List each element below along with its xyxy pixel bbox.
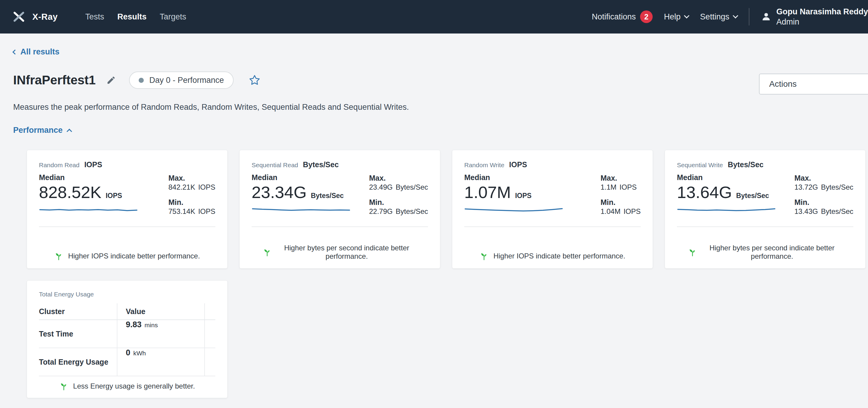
- performance-section-toggle[interactable]: Performance: [13, 126, 71, 135]
- favorite-star-button[interactable]: [249, 74, 260, 86]
- min-unit: IOPS: [624, 207, 641, 216]
- median-block: Median 828.52K IOPS: [39, 173, 138, 216]
- minmax-block: Max. 23.49GBytes/Sec Min. 22.79GBytes/Se…: [369, 174, 428, 216]
- metric-cards-row: Random Read IOPS Median 828.52K IOPS Max…: [27, 150, 868, 269]
- max-unit: Bytes/Sec: [396, 183, 428, 192]
- row-value: 0: [126, 348, 130, 358]
- sparkline-chart: [39, 206, 138, 214]
- eco-plant-icon: [263, 248, 272, 257]
- chevron-up-icon: [66, 129, 72, 134]
- table-row: Test Time 9.83 mins: [39, 320, 215, 348]
- column-header-value: Value: [117, 303, 204, 319]
- card-note: Higher IOPS indicate better performance.: [464, 251, 641, 261]
- metric-unit: IOPS: [84, 160, 102, 169]
- metric-unit: IOPS: [509, 160, 527, 169]
- metric-card-sequential-write: Sequential Write Bytes/Sec Median 13.64G…: [664, 150, 866, 269]
- nav-item-targets[interactable]: Targets: [160, 12, 186, 22]
- median-label: Median: [464, 173, 563, 182]
- card-header: Sequential Read Bytes/Sec: [252, 160, 428, 169]
- median-block: Median 23.34G Bytes/Sec: [252, 173, 350, 216]
- nav-item-tests[interactable]: Tests: [85, 12, 104, 22]
- energy-card-title: Total Energy Usage: [39, 291, 215, 298]
- top-nav: X-Ray Tests Results Targets Notification…: [0, 0, 868, 34]
- eco-plant-icon: [59, 382, 68, 390]
- row-unit: kWh: [133, 350, 146, 357]
- xray-app-window: X-Ray Tests Results Targets Notification…: [0, 0, 868, 408]
- settings-label: Settings: [700, 12, 729, 22]
- card-note-text: Higher IOPS indicate better performance.: [68, 252, 200, 260]
- edit-title-button[interactable]: [106, 75, 116, 85]
- user-menu[interactable]: Gopu Narasimha Reddy Admin: [761, 7, 868, 27]
- median-value: 1.07M: [464, 182, 511, 202]
- status-badge-label: Day 0 - Performance: [149, 76, 224, 85]
- card-header: Random Read IOPS: [39, 160, 215, 169]
- median-block: Median 13.64G Bytes/Sec: [677, 173, 776, 216]
- status-dot-icon: [139, 78, 144, 83]
- performance-section-label: Performance: [13, 126, 63, 135]
- row-value: 9.83: [126, 320, 142, 329]
- help-menu[interactable]: Help: [664, 12, 689, 22]
- column-header-cluster: Cluster: [39, 303, 117, 319]
- max-value: 23.49G: [369, 183, 393, 192]
- nav-divider: [749, 8, 749, 26]
- row-spacer: [204, 320, 215, 348]
- min-label: Min.: [794, 198, 853, 207]
- minmax-block: Max. 1.1MIOPS Min. 1.04MIOPS: [600, 174, 641, 216]
- card-header: Sequential Write Bytes/Sec: [677, 160, 853, 169]
- brand-name: X-Ray: [32, 12, 58, 22]
- min-unit: IOPS: [198, 207, 215, 216]
- chevron-down-icon: [684, 13, 689, 18]
- metric-name: Random Read: [39, 162, 80, 169]
- min-unit: Bytes/Sec: [821, 207, 853, 216]
- min-label: Min.: [600, 198, 641, 207]
- minmax-block: Max. 13.72GBytes/Sec Min. 13.43GBytes/Se…: [794, 174, 853, 216]
- metric-card-sequential-read: Sequential Read Bytes/Sec Median 23.34G …: [239, 150, 440, 269]
- settings-menu[interactable]: Settings: [700, 12, 737, 22]
- title-row: INfraPerftest1 Day 0 - Performance: [13, 71, 855, 89]
- chevron-left-icon: [12, 49, 18, 55]
- metric-unit: Bytes/Sec: [728, 160, 764, 169]
- max-unit: IOPS: [619, 183, 637, 192]
- minmax-block: Max. 842.21KIOPS Min. 753.14KIOPS: [168, 174, 215, 216]
- min-value: 753.14K: [168, 207, 195, 216]
- card-divider: [39, 227, 215, 227]
- column-header-spacer: [204, 303, 215, 319]
- notifications-badge: 2: [640, 10, 653, 23]
- min-value: 1.04M: [600, 207, 621, 216]
- max-label: Max.: [168, 174, 215, 182]
- brand[interactable]: X-Ray: [12, 10, 58, 24]
- min-label: Min.: [369, 198, 428, 207]
- median-value-unit: IOPS: [106, 192, 122, 200]
- row-label: Test Time: [39, 320, 117, 348]
- median-value: 828.52K: [39, 182, 101, 202]
- card-note: Higher bytes per second indicate better …: [677, 244, 853, 261]
- metric-name: Random Write: [464, 162, 504, 169]
- min-value: 22.79G: [369, 207, 393, 216]
- card-note: Higher IOPS indicate better performance.: [39, 251, 215, 261]
- help-label: Help: [664, 12, 681, 22]
- metric-name: Sequential Write: [677, 162, 723, 169]
- median-value-unit: Bytes/Sec: [736, 192, 769, 200]
- card-note-text: Higher IOPS indicate better performance.: [493, 252, 625, 260]
- median-label: Median: [252, 173, 350, 182]
- max-unit: Bytes/Sec: [821, 183, 853, 192]
- table-row: Total Energy Usage 0 kWh: [39, 348, 215, 376]
- card-divider: [677, 227, 853, 227]
- median-block: Median 1.07M IOPS: [464, 173, 563, 216]
- sparkline-chart: [677, 206, 776, 214]
- max-value: 13.72G: [794, 183, 818, 192]
- min-unit: Bytes/Sec: [396, 207, 428, 216]
- notifications-button[interactable]: Notifications 2: [592, 10, 653, 23]
- metric-card-random-write: Random Write IOPS Median 1.07M IOPS Max.…: [452, 150, 653, 269]
- median-value: 13.64G: [677, 182, 732, 202]
- row-spacer: [204, 348, 215, 376]
- card-header: Random Write IOPS: [464, 160, 641, 169]
- energy-table-header: Cluster Value: [39, 303, 215, 320]
- breadcrumb-all-results[interactable]: All results: [13, 47, 60, 57]
- row-unit: mins: [145, 321, 158, 329]
- actions-button[interactable]: Actions: [759, 74, 868, 95]
- user-info: Gopu Narasimha Reddy Admin: [776, 7, 868, 27]
- median-value-unit: Bytes/Sec: [311, 192, 344, 200]
- max-value: 1.1M: [600, 183, 616, 192]
- nav-item-results[interactable]: Results: [117, 12, 147, 22]
